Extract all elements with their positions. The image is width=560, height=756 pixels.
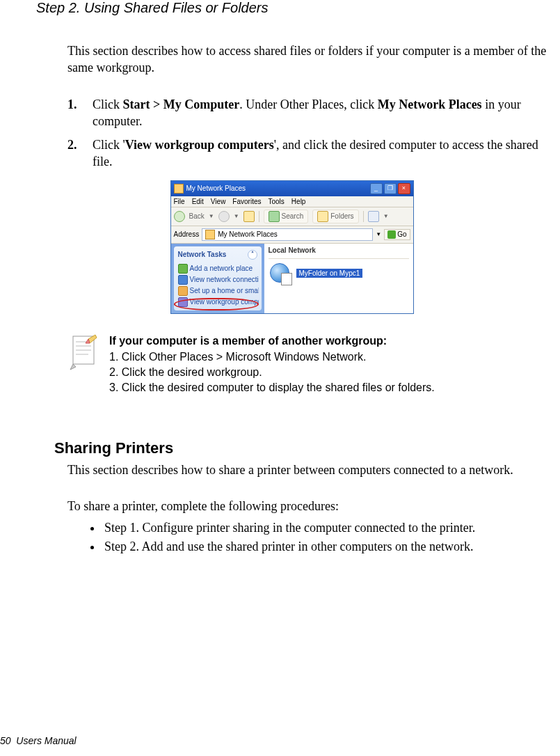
task-item: View network connections [178,274,259,285]
text: Click ' [93,138,125,152]
toolbar: Back ▼ ▼ Search Folders ▼ [171,207,413,226]
folders-icon [317,211,328,222]
shared-folder-label: MyFolder on Mypc1 [296,269,363,278]
up-icon [243,211,255,222]
forward-icon [218,211,230,222]
list-item: Click 'View workgroup computers', and cl… [67,136,547,171]
address-icon [205,230,215,239]
note-line: 3. Click the desired computer to display… [109,380,435,395]
content-pane: Local Network MyFolder on Mypc1 [264,244,413,313]
task-item: Set up a home or small [178,285,259,297]
footer-label: Users Manual [16,735,76,746]
back-icon [174,211,185,222]
add-place-icon [178,264,188,274]
views-icon [368,211,379,222]
intro-paragraph: This section describes how to access sha… [67,42,547,77]
window-icon [174,184,184,194]
group-label: Local Network [269,246,409,254]
search-button: Search [264,210,309,223]
network-share-icon [269,262,292,285]
step-title: Step 2. Using Shared Files or Folders [36,0,547,16]
note-line: 1. Click Other Places > Microsoft Window… [109,349,435,365]
text: Click [93,97,123,111]
task-item: View workgroup computers [178,297,259,308]
window-title: My Network Places [186,184,246,192]
menu-item: File [174,198,185,205]
maximize-icon: ❐ [384,183,397,194]
menu-item: Favorites [232,198,261,205]
section-heading: Sharing Printers [54,439,547,457]
bullet-list: Step 1. Configure printer sharing in the… [90,521,547,554]
titlebar: My Network Places _ ❐ × [171,181,413,196]
note-line: 2. Click the desired workgroup. [109,365,435,380]
note-heading: If your computer is a member of another … [109,333,435,349]
shared-folder-item: MyFolder on Mypc1 [269,262,409,285]
section-intro: This section describes how to share a pr… [67,462,547,478]
close-icon: × [398,183,410,194]
menu-item: View [211,198,226,205]
folders-button: Folders [312,210,358,223]
address-value: My Network Places [218,230,278,238]
connections-icon [178,275,188,285]
note-block: If your computer is a member of another … [67,333,547,395]
menu-item: Edit [192,198,204,205]
tasks-list: Add a network place View network connect… [177,262,259,308]
task-item: Add a network place [178,263,259,274]
note-icon [67,333,99,395]
address-bar: Address My Network Places ▼ Go [171,226,413,244]
address-input: My Network Places [202,228,373,241]
list-item: Step 2. Add and use the shared printer i… [90,540,547,554]
text: . Under Other Places, click [239,97,377,111]
bold-text: Start > My Computer [123,97,240,111]
address-label: Address [174,230,200,238]
setup-icon [178,286,188,296]
back-label: Back [189,212,205,220]
page-footer: 50 Users Manual [0,735,77,746]
screenshot-window: My Network Places _ ❐ × File Edit View F… [170,180,414,314]
tasks-pane: Network Tasks ˄ Add a network place View… [171,244,264,313]
menu-item: Tools [268,198,284,205]
go-button: Go [384,229,410,240]
menu-bar: File Edit View Favorites Tools Help [171,196,413,207]
list-item: Step 1. Configure printer sharing in the… [90,521,547,535]
workgroup-icon [178,297,188,307]
menu-item: Help [291,198,306,205]
go-icon [387,230,396,239]
page-number: 50 [0,735,11,746]
bold-text: View workgroup computers [125,138,274,152]
list-item: Click Start > My Computer. Under Other P… [67,96,547,130]
tasks-header: Network Tasks [178,251,227,258]
instruction-list: Click Start > My Computer. Under Other P… [67,96,547,171]
minimize-icon: _ [370,183,383,194]
bold-text: My Network Places [378,97,482,111]
search-icon [269,211,280,222]
section-lead: To share a printer, complete the followi… [67,499,547,514]
collapse-icon: ˄ [248,250,257,260]
